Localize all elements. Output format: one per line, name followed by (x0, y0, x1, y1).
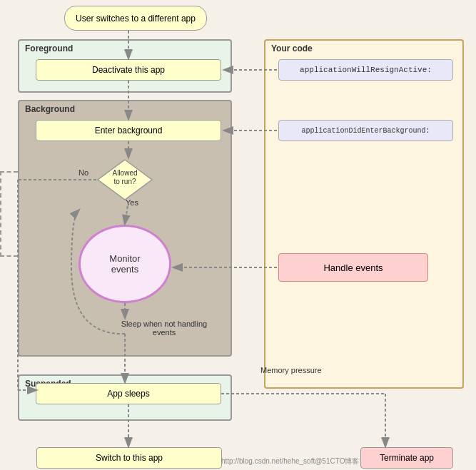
background-label: Background (25, 104, 75, 114)
section-your-code: Your code (264, 39, 464, 389)
monitor-events-circle: Monitorevents (79, 225, 171, 303)
label-sleep: Sleep when not handling events (118, 320, 211, 337)
app-sleeps-text: App sleeps (107, 389, 149, 399)
svg-text:Allowed: Allowed (112, 169, 137, 177)
enter-background-text: Enter background (95, 126, 163, 136)
deactivate-box: Deactivate this app (36, 59, 221, 81)
terminate-box: Terminate app (360, 447, 453, 469)
monitor-events-text: Monitorevents (109, 253, 140, 275)
label-no: No (79, 168, 88, 177)
deactivate-text: Deactivate this app (92, 65, 165, 75)
user-switches-text: User switches to a different app (76, 14, 196, 24)
enter-bg-method: applicationDidEnterBackground: (278, 120, 453, 141)
handle-events-box: Handle events (278, 253, 428, 282)
resign-active-method: applicationWillResignActive: (278, 59, 453, 81)
user-switches-box: User switches to a different app (64, 6, 207, 31)
label-yes: Yes (126, 198, 138, 207)
enter-bg-text: applicationDidEnterBackground: (301, 127, 430, 135)
switch-to-box: Switch to this app (36, 447, 222, 469)
diamond-decision: Allowed to run? (96, 158, 153, 201)
resign-active-text: applicationWillResignActive: (300, 66, 432, 74)
dashed-left-exit (0, 171, 18, 257)
your-code-label: Your code (271, 44, 313, 53)
foreground-label: Foreground (25, 44, 73, 53)
enter-background-box: Enter background (36, 120, 221, 141)
switch-to-text: Switch to this app (96, 453, 163, 463)
handle-events-text: Handle events (323, 262, 383, 273)
svg-text:to run?: to run? (113, 178, 136, 185)
label-memory-pressure: Memory pressure (260, 366, 322, 374)
terminate-text: Terminate app (380, 453, 434, 463)
app-sleeps-box: App sleeps (36, 383, 221, 404)
diagram-container: Foreground Background Suspended Your cod… (0, 0, 476, 470)
watermark: http://blog.csdn.net/hehe_soft@51CTO博客 (221, 456, 359, 466)
